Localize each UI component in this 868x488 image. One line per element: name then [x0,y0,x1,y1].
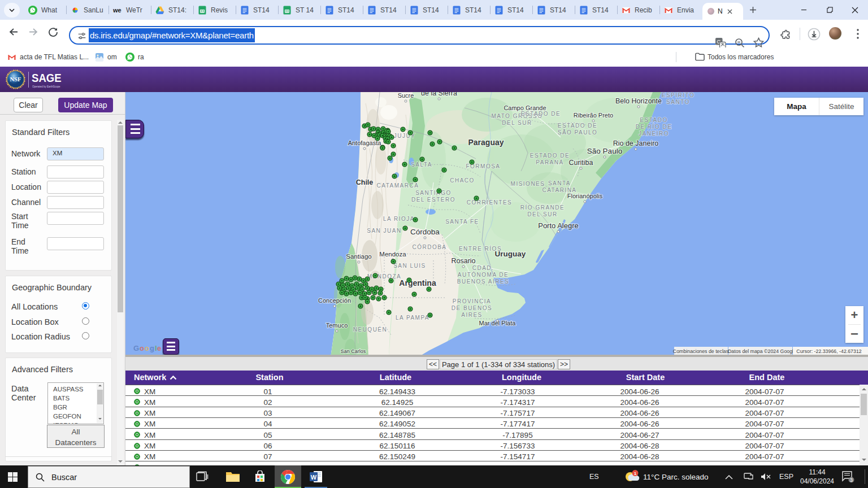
svg-text:de la Sierra: de la Sierra [421,92,457,97]
svg-text:NEUQUÉN: NEUQUÉN [353,326,388,333]
svg-text:SANTIAGO: SANTIAGO [415,190,452,196]
svg-text:DEL SUR: DEL SUR [502,120,532,126]
svg-text:PARANÁ: PARANÁ [536,159,563,165]
svg-text:MENDOZA: MENDOZA [367,273,402,280]
svg-text:ENTRE RÍOS: ENTRE RÍOS [459,245,502,252]
svg-text:NSF: NSF [10,76,21,82]
svg-text:G: G [133,344,139,352]
svg-text:g: g [150,344,154,352]
svg-text:SANTA: SANTA [548,180,571,186]
svg-text:CÓRDOBA: CÓRDOBA [412,243,446,250]
svg-text:Sucre: Sucre [398,92,414,99]
svg-text:Argentina: Argentina [399,278,436,287]
svg-text:BUENOS AIRES: BUENOS AIRES [457,278,509,285]
svg-text:o: o [145,344,149,352]
svg-text:SAN JUAN: SAN JUAN [367,228,401,234]
svg-text:Paraguay: Paraguay [468,138,504,147]
svg-text:SANTA FE: SANTA FE [445,219,479,225]
svg-text:Rio de Janeiro: Rio de Janeiro [613,140,659,147]
svg-text:Florianópolis: Florianópolis [567,193,603,199]
svg-text:AUTÓNOMA DE: AUTÓNOMA DE [458,271,509,278]
svg-text:CDAD.: CDAD. [472,265,494,271]
svg-text:Concepción: Concepción [318,297,351,304]
svg-text:Santiago: Santiago [346,253,371,260]
svg-text:Rosario: Rosario [451,257,475,265]
svg-text:PROVINCIA: PROVINCIA [453,298,492,304]
svg-text:San Carlos: San Carlos [341,348,366,354]
svg-text:Chile: Chile [356,178,374,186]
svg-text:Curitiba: Curitiba [568,159,593,167]
svg-text:CATAMARCA: CATAMARCA [377,182,419,189]
svg-text:e: e [157,344,161,352]
svg-text:W: W [310,474,316,481]
svg-text:Córdoba: Córdoba [410,228,440,236]
svg-text:Datos del mapa ©2024 Googl: Datos del mapa ©2024 Googl [728,348,793,354]
svg-text:we: we [113,7,121,14]
svg-text:CORRIENTES: CORRIENTES [467,199,513,206]
svg-text:DE BUENOS: DE BUENOS [452,305,492,311]
svg-text:Ribeirão Preto: Ribeirão Preto [574,112,613,119]
svg-text:ESTADO DE: ESTADO DE [530,152,570,159]
svg-text:SAN LUIS: SAN LUIS [393,263,426,269]
svg-text:Combinaciones de teclas: Combinaciones de teclas [673,348,729,354]
svg-text:o: o [140,344,144,352]
svg-text:SALTA: SALTA [411,162,432,168]
svg-text:3: 3 [850,477,853,483]
svg-text:ESPÍRITO: ESPÍRITO [662,92,695,98]
svg-text:Belo Horizonte: Belo Horizonte [615,97,662,105]
svg-text:Cursor: -22.33966, -42.67312: Cursor: -22.33966, -42.67312 [796,348,862,354]
svg-text:LA RIOJA: LA RIOJA [383,216,415,222]
svg-text:ESTADO DE: ESTADO DE [521,111,561,117]
svg-text:SÃO PAULO: SÃO PAULO [558,129,598,136]
svg-text:SANTO: SANTO [666,99,690,105]
svg-text:CHACO: CHACO [450,177,475,184]
svg-text:CATARINA: CATARINA [542,187,576,193]
svg-text:1: 1 [634,471,637,476]
svg-text:DEL ESTERO: DEL ESTERO [411,197,455,203]
svg-text:MISIONES: MISIONES [511,181,545,187]
svg-text:ESTADO: ESTADO [640,117,667,123]
svg-text:ESTADO DE: ESTADO DE [558,123,598,129]
svg-text:Temuco: Temuco [326,322,348,329]
svg-text:RÍO GRANDE: RÍO GRANDE [520,204,565,211]
svg-text:Porto Alegre: Porto Alegre [538,221,579,230]
svg-text:DEL SUR: DEL SUR [527,211,557,217]
svg-text:LA PAMPA: LA PAMPA [396,315,429,321]
svg-text:Mendoza: Mendoza [379,251,406,258]
svg-text:JANEIRO: JANEIRO [639,130,669,137]
svg-text:São Paulo: São Paulo [587,147,622,155]
svg-text:AIRES: AIRES [461,312,483,318]
svg-text:DE RÍO DE: DE RÍO DE [636,123,672,130]
